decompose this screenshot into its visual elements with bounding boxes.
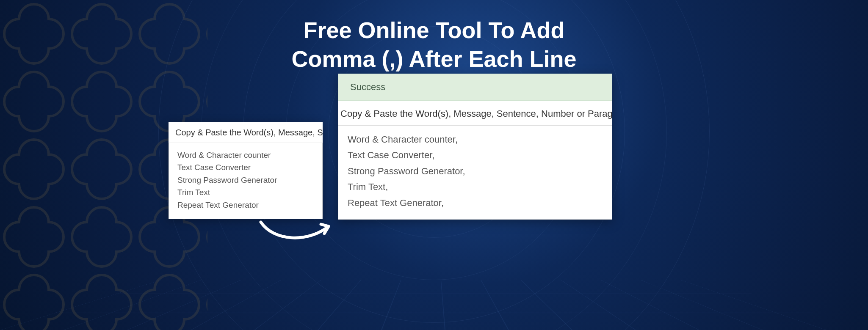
input-line: Trim Text <box>177 186 314 198</box>
success-banner: Success <box>338 74 612 101</box>
title-line-1: Free Online Tool To Add <box>304 17 565 43</box>
input-textarea[interactable]: Word & Character counter Text Case Conve… <box>169 143 323 219</box>
input-line: Repeat Text Generator <box>177 199 314 211</box>
output-line: Trim Text, <box>348 179 603 195</box>
page-title: Free Online Tool To Add Comma (,) After … <box>0 16 868 73</box>
output-textarea[interactable]: Word & Character counter, Text Case Conv… <box>338 125 612 220</box>
input-line: Strong Password Generator <box>177 174 314 186</box>
input-line: Word & Character counter <box>177 149 314 161</box>
input-line: Text Case Converter <box>177 161 314 173</box>
input-card-before: Copy & Paste the Word(s), Message, Se Wo… <box>169 122 323 219</box>
output-line: Strong Password Generator, <box>348 163 603 179</box>
output-line: Text Case Converter, <box>348 147 603 163</box>
output-card-after: Success Copy & Paste the Word(s), Messag… <box>338 74 612 220</box>
title-line-2: Comma (,) After Each Line <box>291 46 576 72</box>
success-label: Success <box>350 82 385 92</box>
output-instruction-label: Copy & Paste the Word(s), Message, Sente… <box>338 101 612 125</box>
input-instruction-label: Copy & Paste the Word(s), Message, Se <box>169 122 323 143</box>
arrow-icon <box>257 216 337 245</box>
output-line: Word & Character counter, <box>348 132 603 147</box>
output-line: Repeat Text Generator, <box>348 195 603 211</box>
